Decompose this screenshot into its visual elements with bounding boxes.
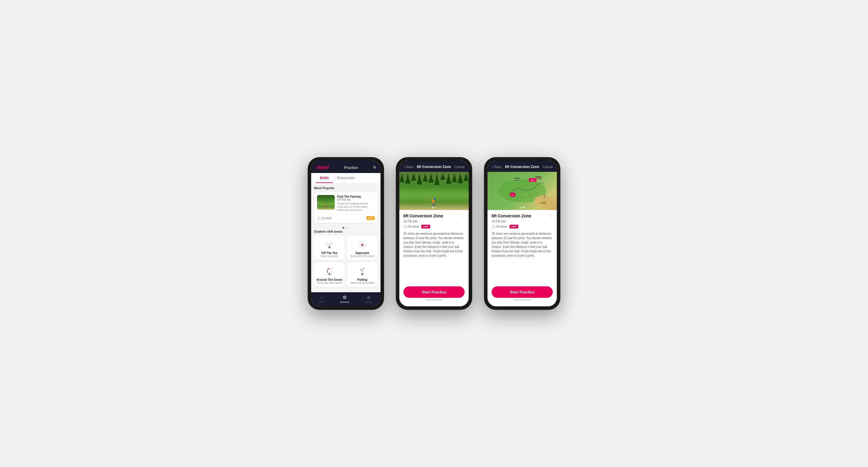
phone-2: < Back 6ft Conversion Zone Cancel 🏌️ (396, 157, 472, 310)
phone3-header: < Back 6ft Conversion Zone Cancel (488, 161, 557, 172)
svg-point-16 (332, 267, 333, 268)
clock-icon: 🕐 (317, 217, 320, 220)
favourite-star[interactable]: ☆ (371, 195, 375, 199)
svg-point-36 (512, 194, 513, 195)
drill-content: 6ft Conversion Zone ☆ 10-50 yds 🕐 20 sho… (488, 210, 557, 283)
nav-capture[interactable]: ⊕ Capture (365, 295, 373, 303)
clock-icon: 🕐 (492, 225, 495, 228)
drill-image: 🏌️ (399, 172, 469, 210)
approach-icon (355, 238, 370, 250)
svg-point-5 (329, 247, 330, 248)
dot-1[interactable] (343, 227, 344, 229)
shot-count: 🕐 20 shots (403, 225, 419, 228)
svg-text:Miss: Miss (531, 179, 534, 181)
off-tee-label: Off The Tee (321, 252, 337, 255)
drill-header: 6ft Conversion Zone ☆ (403, 213, 465, 218)
activities-icon: ⚙ (343, 295, 347, 300)
around-green-sublabel: Hone your short game (317, 281, 342, 284)
header-title: 6ft Conversion Zone (417, 165, 451, 169)
drill-content: 6ft Conversion Zone ☆ 10-50 yds 🕐 20 sho… (399, 210, 469, 283)
header-title: Practice (344, 165, 358, 170)
tabs-bar: Drills Favourites (311, 173, 380, 183)
favourite-star[interactable]: ☆ (549, 213, 553, 218)
shot-count: 🕐 10 shots (317, 217, 332, 220)
off-tee-icon (322, 238, 337, 250)
explore-label: Explore skill areas (314, 230, 378, 233)
header-title: 6ft Conversion Zone (505, 165, 539, 169)
cancel-button[interactable]: Cancel (455, 165, 465, 169)
start-practice-button[interactable]: Start Practice (403, 287, 465, 298)
phone-3: < Back 6ft Conversion Zone Cancel Miss (484, 157, 560, 310)
course-map: Miss Hit FAIRWAY ROUGH SAND 🏌️ (488, 172, 557, 210)
svg-point-11 (362, 245, 363, 245)
shot-count: 🕐 20 shots (492, 225, 507, 228)
dot-3[interactable] (348, 227, 349, 229)
skill-approach[interactable]: Approach Dial-in to hit the green (347, 236, 378, 260)
around-green-icon (322, 265, 337, 277)
img-dot-1[interactable] (520, 207, 522, 208)
menu-icon[interactable]: ≡ (373, 165, 376, 170)
svg-text:ROUGH: ROUGH (536, 177, 541, 179)
skill-areas-grid: Off The Tee Power accuracy (314, 236, 378, 287)
trees (399, 173, 469, 185)
drill-subtitle: Off The Tee (337, 198, 361, 201)
bottom-nav: ⌂ Home ⚙ Activities ⊕ Capture (311, 292, 380, 306)
around-green-label: Around The Green (316, 278, 342, 281)
capture-icon: ⊕ (367, 295, 371, 300)
phone-2-screen: < Back 6ft Conversion Zone Cancel 🏌️ (399, 161, 469, 306)
img-dot-1[interactable] (432, 207, 433, 208)
skill-off-tee[interactable]: Off The Tee Power accuracy (314, 236, 345, 260)
img-dot-2[interactable] (435, 207, 436, 208)
drill-description: Create an imaginary fairway using trees … (337, 202, 375, 212)
drill-title: Find The Fairway (337, 195, 361, 198)
svg-point-20 (360, 269, 362, 270)
home-indicator (425, 300, 443, 300)
golfer-figure: 🏌️ (429, 197, 439, 207)
main-content: Most Popular 🏌️ Find The Fairway Off The… (311, 183, 380, 292)
phone1-header: clippd Practice ≡ (311, 161, 380, 173)
skill-around-green[interactable]: Around The Green Hone your short game (314, 262, 345, 287)
drill-map-image: Miss Hit FAIRWAY ROUGH SAND 🏌️ (488, 172, 557, 210)
app-logo: clippd (316, 165, 329, 170)
drill-meta: 🕐 20 shots ARG (492, 225, 553, 229)
nav-home[interactable]: ⌂ Home (319, 295, 325, 303)
drill-footer: Start Practice (488, 283, 557, 306)
drill-badge: ARG (509, 225, 518, 229)
drill-badge-ott: OTT (366, 216, 375, 220)
drill-description: 20 shots are randomly generated at dista… (403, 231, 465, 258)
off-tee-sublabel: Power accuracy (320, 255, 338, 258)
drill-footer: 🕐 10 shots OTT (317, 214, 375, 220)
drill-title: 6ft Conversion Zone (492, 213, 531, 218)
favourite-star[interactable]: ☆ (461, 213, 465, 218)
putting-sublabel: Make and lag practice (350, 281, 374, 284)
putting-label: Putting (357, 278, 367, 281)
approach-sublabel: Dial-in to hit the green (350, 255, 374, 258)
drill-info: Find The Fairway Off The Tee ☆ Create an… (337, 195, 375, 212)
dot-2[interactable] (345, 227, 347, 229)
featured-drill-card[interactable]: 🏌️ Find The Fairway Off The Tee ☆ Create… (314, 192, 378, 223)
svg-point-15 (330, 268, 331, 269)
start-practice-button[interactable]: Start Practice (492, 287, 553, 298)
clock-icon: 🕐 (403, 225, 407, 228)
home-indicator (513, 300, 531, 300)
skill-putting[interactable]: Putting Make and lag practice (347, 262, 378, 287)
drill-title: 6ft Conversion Zone (403, 213, 443, 218)
img-dot-2[interactable] (523, 207, 524, 208)
phone-3-screen: < Back 6ft Conversion Zone Cancel Miss (488, 161, 557, 306)
svg-point-13 (329, 273, 330, 275)
home-icon: ⌂ (320, 295, 323, 300)
phone-1-screen: clippd Practice ≡ Drills Favourites Most… (311, 161, 380, 306)
tab-drills[interactable]: Drills (316, 173, 333, 183)
nav-activities[interactable]: ⚙ Activities (340, 295, 350, 303)
phone-1: clippd Practice ≡ Drills Favourites Most… (308, 157, 384, 310)
svg-point-21 (363, 268, 364, 269)
drill-header: 6ft Conversion Zone ☆ (492, 213, 553, 218)
tab-favourites[interactable]: Favourites (333, 173, 359, 183)
drill-badge: ARG (422, 225, 430, 229)
approach-label: Approach (355, 252, 369, 255)
back-button[interactable]: < Back (403, 165, 413, 169)
back-button[interactable]: < Back (492, 165, 502, 169)
drill-description: 20 shots are randomly generated at dista… (492, 231, 553, 258)
putting-icon (355, 265, 370, 277)
cancel-button[interactable]: Cancel (543, 165, 553, 169)
